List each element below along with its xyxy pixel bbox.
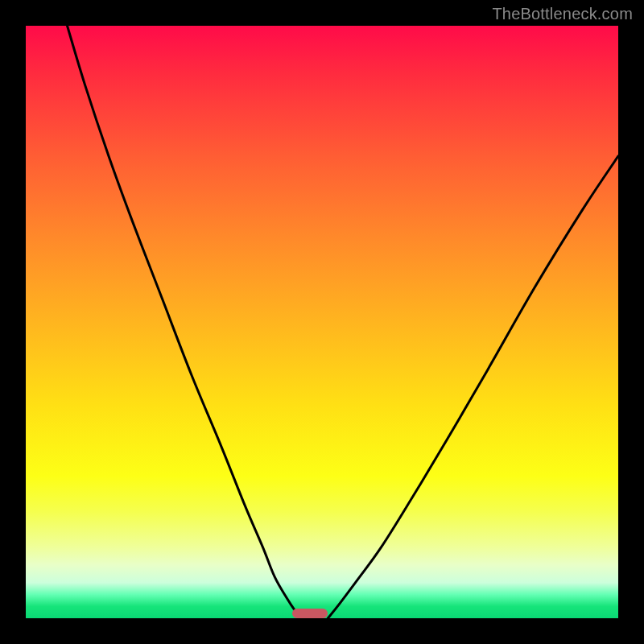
watermark-text: TheBottleneck.com	[492, 5, 633, 23]
curve-left-path	[68, 26, 302, 618]
outer-frame: TheBottleneck.com	[0, 0, 644, 644]
bottleneck-curves	[26, 26, 618, 618]
optimal-zone-marker	[292, 609, 328, 618]
plot-area	[26, 26, 618, 618]
curve-right-path	[328, 156, 618, 618]
